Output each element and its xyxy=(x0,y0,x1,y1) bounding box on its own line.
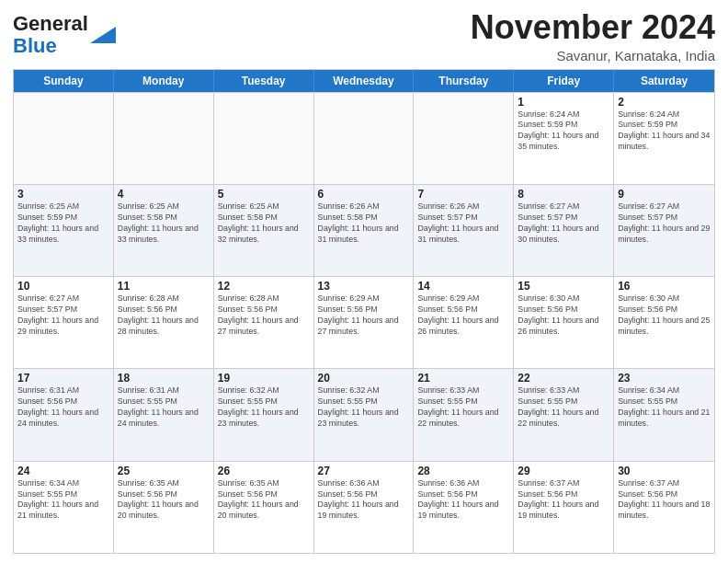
header-saturday: Saturday xyxy=(614,70,714,92)
day-info: Sunrise: 6:36 AMSunset: 5:56 PMDaylight:… xyxy=(417,478,509,523)
day-info: Sunrise: 6:33 AMSunset: 5:55 PMDaylight:… xyxy=(518,385,609,430)
calendar-cell-4-5: 29Sunrise: 6:37 AMSunset: 5:56 PMDayligh… xyxy=(514,462,614,553)
header-thursday: Thursday xyxy=(414,70,514,92)
day-number: 14 xyxy=(417,280,509,293)
day-info: Sunrise: 6:36 AMSunset: 5:56 PMDaylight:… xyxy=(318,478,410,523)
calendar-cell-0-0 xyxy=(14,93,114,184)
day-number: 28 xyxy=(417,465,509,477)
day-number: 16 xyxy=(618,280,711,293)
day-info: Sunrise: 6:25 AMSunset: 5:59 PMDaylight:… xyxy=(17,201,109,246)
day-info: Sunrise: 6:25 AMSunset: 5:58 PMDaylight:… xyxy=(118,201,210,246)
calendar-cell-2-6: 16Sunrise: 6:30 AMSunset: 5:56 PMDayligh… xyxy=(614,277,714,368)
day-number: 19 xyxy=(218,372,310,385)
calendar-cell-4-0: 24Sunrise: 6:34 AMSunset: 5:55 PMDayligh… xyxy=(14,462,114,553)
day-info: Sunrise: 6:37 AMSunset: 5:56 PMDaylight:… xyxy=(518,478,609,523)
day-number: 10 xyxy=(17,280,109,293)
logo-text: General Blue xyxy=(13,13,88,57)
calendar-cell-1-3: 6Sunrise: 6:26 AMSunset: 5:58 PMDaylight… xyxy=(314,185,415,276)
calendar: Sunday Monday Tuesday Wednesday Thursday… xyxy=(13,69,715,554)
day-number: 17 xyxy=(17,372,109,385)
day-number: 4 xyxy=(118,188,210,201)
month-title: November 2024 xyxy=(471,9,715,46)
calendar-cell-2-3: 13Sunrise: 6:29 AMSunset: 5:56 PMDayligh… xyxy=(314,277,415,368)
day-number: 27 xyxy=(318,465,410,477)
day-info: Sunrise: 6:29 AMSunset: 5:56 PMDaylight:… xyxy=(318,293,410,338)
day-info: Sunrise: 6:37 AMSunset: 5:56 PMDaylight:… xyxy=(618,478,711,523)
calendar-header: Sunday Monday Tuesday Wednesday Thursday… xyxy=(14,70,714,92)
calendar-cell-3-6: 23Sunrise: 6:34 AMSunset: 5:55 PMDayligh… xyxy=(614,369,714,460)
day-info: Sunrise: 6:27 AMSunset: 5:57 PMDaylight:… xyxy=(518,201,609,246)
day-number: 1 xyxy=(518,96,609,109)
calendar-cell-1-1: 4Sunrise: 6:25 AMSunset: 5:58 PMDaylight… xyxy=(114,185,214,276)
day-info: Sunrise: 6:32 AMSunset: 5:55 PMDaylight:… xyxy=(218,385,310,430)
calendar-cell-1-6: 9Sunrise: 6:27 AMSunset: 5:57 PMDaylight… xyxy=(614,185,714,276)
calendar-cell-0-2 xyxy=(214,93,314,184)
calendar-cell-0-1 xyxy=(114,93,214,184)
calendar-cell-4-2: 26Sunrise: 6:35 AMSunset: 5:56 PMDayligh… xyxy=(214,462,314,553)
day-number: 11 xyxy=(118,280,210,293)
logo-icon xyxy=(90,27,116,43)
location: Savanur, Karnataka, India xyxy=(471,48,715,63)
calendar-cell-1-5: 8Sunrise: 6:27 AMSunset: 5:57 PMDaylight… xyxy=(514,185,614,276)
title-block: November 2024 Savanur, Karnataka, India xyxy=(471,9,715,63)
day-info: Sunrise: 6:32 AMSunset: 5:55 PMDaylight:… xyxy=(318,385,410,430)
header-friday: Friday xyxy=(514,70,614,92)
day-number: 13 xyxy=(318,280,410,293)
day-info: Sunrise: 6:33 AMSunset: 5:55 PMDaylight:… xyxy=(417,385,509,430)
day-number: 8 xyxy=(518,188,609,201)
calendar-row-4: 24Sunrise: 6:34 AMSunset: 5:55 PMDayligh… xyxy=(14,461,714,553)
logo-general: General xyxy=(13,12,88,35)
logo-blue: Blue xyxy=(13,34,57,57)
day-info: Sunrise: 6:28 AMSunset: 5:56 PMDaylight:… xyxy=(218,293,310,338)
day-number: 20 xyxy=(318,372,410,385)
header-tuesday: Tuesday xyxy=(214,70,314,92)
calendar-cell-2-4: 14Sunrise: 6:29 AMSunset: 5:56 PMDayligh… xyxy=(414,277,514,368)
day-info: Sunrise: 6:26 AMSunset: 5:58 PMDaylight:… xyxy=(318,201,410,246)
calendar-cell-1-2: 5Sunrise: 6:25 AMSunset: 5:58 PMDaylight… xyxy=(214,185,314,276)
day-info: Sunrise: 6:30 AMSunset: 5:56 PMDaylight:… xyxy=(518,293,609,338)
day-number: 25 xyxy=(118,465,210,477)
calendar-cell-0-4 xyxy=(414,93,514,184)
calendar-cell-1-4: 7Sunrise: 6:26 AMSunset: 5:57 PMDaylight… xyxy=(414,185,514,276)
day-info: Sunrise: 6:27 AMSunset: 5:57 PMDaylight:… xyxy=(618,201,711,246)
day-number: 9 xyxy=(618,188,711,201)
calendar-row-1: 3Sunrise: 6:25 AMSunset: 5:59 PMDaylight… xyxy=(14,184,714,276)
header-monday: Monday xyxy=(114,70,214,92)
day-info: Sunrise: 6:34 AMSunset: 5:55 PMDaylight:… xyxy=(618,385,711,430)
day-number: 21 xyxy=(417,372,509,385)
calendar-cell-4-1: 25Sunrise: 6:35 AMSunset: 5:56 PMDayligh… xyxy=(114,462,214,553)
day-info: Sunrise: 6:24 AMSunset: 5:59 PMDaylight:… xyxy=(518,109,609,154)
day-info: Sunrise: 6:24 AMSunset: 5:59 PMDaylight:… xyxy=(618,109,711,154)
day-number: 26 xyxy=(218,465,310,477)
calendar-cell-1-0: 3Sunrise: 6:25 AMSunset: 5:59 PMDaylight… xyxy=(14,185,114,276)
day-info: Sunrise: 6:35 AMSunset: 5:56 PMDaylight:… xyxy=(118,478,210,523)
svg-marker-0 xyxy=(90,27,116,43)
day-info: Sunrise: 6:28 AMSunset: 5:56 PMDaylight:… xyxy=(118,293,210,338)
calendar-cell-2-5: 15Sunrise: 6:30 AMSunset: 5:56 PMDayligh… xyxy=(514,277,614,368)
calendar-cell-4-3: 27Sunrise: 6:36 AMSunset: 5:56 PMDayligh… xyxy=(314,462,415,553)
day-number: 3 xyxy=(17,188,109,201)
calendar-cell-0-6: 2Sunrise: 6:24 AMSunset: 5:59 PMDaylight… xyxy=(614,93,714,184)
day-info: Sunrise: 6:25 AMSunset: 5:58 PMDaylight:… xyxy=(218,201,310,246)
calendar-cell-0-3 xyxy=(314,93,415,184)
day-number: 18 xyxy=(118,372,210,385)
calendar-cell-3-1: 18Sunrise: 6:31 AMSunset: 5:55 PMDayligh… xyxy=(114,369,214,460)
day-info: Sunrise: 6:35 AMSunset: 5:56 PMDaylight:… xyxy=(218,478,310,523)
day-info: Sunrise: 6:34 AMSunset: 5:55 PMDaylight:… xyxy=(17,478,109,523)
calendar-cell-3-2: 19Sunrise: 6:32 AMSunset: 5:55 PMDayligh… xyxy=(214,369,314,460)
header-wednesday: Wednesday xyxy=(314,70,415,92)
calendar-cell-0-5: 1Sunrise: 6:24 AMSunset: 5:59 PMDaylight… xyxy=(514,93,614,184)
day-number: 22 xyxy=(518,372,609,385)
day-number: 24 xyxy=(17,465,109,477)
day-number: 12 xyxy=(218,280,310,293)
day-info: Sunrise: 6:27 AMSunset: 5:57 PMDaylight:… xyxy=(17,293,109,338)
day-number: 23 xyxy=(618,372,711,385)
day-info: Sunrise: 6:26 AMSunset: 5:57 PMDaylight:… xyxy=(417,201,509,246)
header: General Blue November 2024 Savanur, Karn… xyxy=(13,9,715,63)
calendar-body: 1Sunrise: 6:24 AMSunset: 5:59 PMDaylight… xyxy=(14,92,714,553)
calendar-row-0: 1Sunrise: 6:24 AMSunset: 5:59 PMDaylight… xyxy=(14,92,714,184)
calendar-cell-4-4: 28Sunrise: 6:36 AMSunset: 5:56 PMDayligh… xyxy=(414,462,514,553)
calendar-cell-2-1: 11Sunrise: 6:28 AMSunset: 5:56 PMDayligh… xyxy=(114,277,214,368)
day-number: 29 xyxy=(518,465,609,477)
day-number: 5 xyxy=(218,188,310,201)
